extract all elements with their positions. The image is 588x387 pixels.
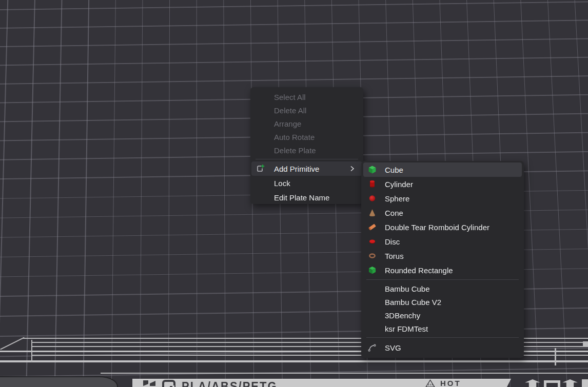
menu-item-add-primitive[interactable]: Add Primitive: [251, 161, 362, 176]
submenu-item-rounded-rectangle[interactable]: Rounded Rectangle: [361, 263, 524, 277]
cube-icon: [368, 166, 377, 174]
submenu-item-sphere[interactable]: Sphere: [361, 191, 524, 206]
menu-item-select-all: Select All: [250, 90, 363, 104]
add-primitive-submenu: Cube Cylinder Sphere Cone: [361, 161, 524, 358]
menu-item-arrange: Arrange: [250, 117, 363, 130]
menu-item-lock[interactable]: Lock: [250, 176, 363, 190]
plate-line: [0, 360, 588, 362]
submenu-item-cone[interactable]: Cone: [361, 206, 524, 220]
bezier-curve-icon: [368, 343, 377, 352]
hot-warning: HOT: [425, 379, 461, 387]
submenu-divider: [366, 337, 519, 338]
chevron-right-icon: [348, 165, 356, 172]
cone-icon: [368, 209, 377, 217]
sphere-icon: [368, 194, 377, 203]
bambu-lab-logo-icon: [143, 380, 156, 387]
rounded-rectangle-icon: [368, 266, 377, 275]
plate-edge-mark: [582, 379, 588, 387]
plate-context-menu: Select All Delete All Arrange Auto Rotat…: [250, 87, 363, 204]
viewport[interactable]: PLA/ABS/PETG HOT Select All Delete All A…: [0, 0, 588, 387]
cylinder-icon: [368, 180, 377, 189]
torus-icon: [368, 252, 377, 260]
submenu-item-torus[interactable]: Torus: [361, 249, 524, 263]
submenu-item-bambu-cube[interactable]: Bambu Cube: [361, 282, 524, 295]
menu-item-edit-plate-name[interactable]: Edit Plate Name: [250, 190, 363, 205]
submenu-item-disc[interactable]: Disc: [361, 234, 524, 249]
submenu-item-svg[interactable]: SVG: [361, 340, 524, 355]
submenu-item-double-tear-romboid-cylinder[interactable]: Double Tear Romboid Cylinder: [361, 220, 524, 234]
submenu-item-cylinder[interactable]: Cylinder: [361, 177, 524, 191]
plate-front-tab[interactable]: [0, 376, 118, 387]
plate-line: [101, 373, 588, 374]
plate-right-corner-mark: [583, 341, 588, 347]
warning-triangle-icon: [425, 379, 436, 387]
plate-material-label: PLA/ABS/PETG: [182, 379, 278, 387]
submenu-divider: [366, 279, 519, 280]
submenu-item-bambu-cube-v2[interactable]: Bambu Cube V2: [361, 295, 524, 309]
romboid-cylinder-icon: [368, 223, 377, 232]
add-primitive-icon: [256, 164, 265, 173]
plate-right-mark: [555, 348, 556, 365]
menu-item-auto-rotate: Auto Rotate: [250, 130, 363, 144]
plate-square-logo-icon: [162, 380, 175, 387]
menu-divider: [256, 159, 358, 159]
plate-label-strip: PLA/ABS/PETG HOT: [132, 379, 511, 387]
submenu-item-cube[interactable]: Cube: [363, 162, 522, 177]
plate-corner-vertical: [31, 340, 32, 362]
plate-square-mark-icon: [544, 380, 560, 387]
submenu-item-ksr-fdmtest[interactable]: ksr FDMTest: [361, 322, 524, 335]
hot-warning-label: HOT: [440, 379, 461, 387]
submenu-item-3dbenchy[interactable]: 3DBenchy: [361, 309, 524, 322]
menu-item-delete-plate: Delete Plate: [250, 144, 363, 157]
disc-icon: [368, 237, 377, 246]
menu-item-delete-all: Delete All: [250, 104, 363, 117]
